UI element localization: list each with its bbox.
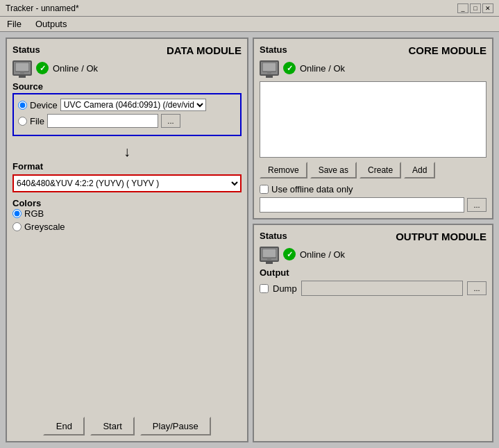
minimize-button[interactable]: _	[457, 3, 468, 13]
maximize-button[interactable]: □	[470, 3, 481, 13]
source-box: Device UVC Camera (046d:0991) (/dev/vide…	[12, 93, 242, 136]
end-button[interactable]: End	[43, 417, 85, 435]
greyscale-radio-row: Greyscale	[12, 222, 242, 232]
dump-checkbox[interactable]	[260, 284, 269, 293]
file-browse-button[interactable]: ...	[161, 114, 180, 128]
output-check-icon: ✓	[283, 248, 296, 260]
bottom-buttons: End Start Play/Pause	[12, 406, 242, 435]
file-radio[interactable]	[18, 117, 27, 126]
menu-file[interactable]: File	[3, 17, 26, 31]
dump-browse-button[interactable]: ...	[467, 281, 487, 295]
offline-input-row: ...	[260, 197, 487, 213]
window-title: Tracker - unnamed*	[6, 3, 79, 13]
file-radio-row: File ...	[18, 114, 236, 128]
start-button[interactable]: Start	[90, 417, 134, 435]
offline-label: Use offline data only	[271, 184, 353, 194]
core-check-icon: ✓	[283, 62, 296, 74]
svg-rect-2	[262, 63, 276, 72]
output-module-header: Status OUTPUT MODULE	[260, 231, 487, 242]
svg-rect-5	[267, 258, 271, 260]
data-module-header: Status DATA MODULE	[12, 44, 242, 56]
greyscale-label: Greyscale	[24, 222, 65, 232]
data-status-text: Online / Ok	[53, 63, 98, 74]
output-section: Output Dump ...	[260, 267, 487, 296]
rgb-label: RGB	[24, 208, 44, 219]
rgb-radio[interactable]	[12, 209, 22, 218]
core-module-title: CORE MODULE	[409, 44, 487, 56]
svg-rect-3	[267, 72, 271, 74]
source-section: Source Device UVC Camera (046d:0991) (/d…	[12, 81, 242, 136]
add-button[interactable]: Add	[404, 162, 435, 179]
output-module-title: OUTPUT MODULE	[396, 231, 487, 242]
core-module-header: Status CORE MODULE	[260, 44, 487, 56]
svg-rect-4	[262, 249, 276, 258]
format-select[interactable]: 640&480&YUV 4:2:2 (YUYV) ( YUYV )	[12, 174, 242, 192]
core-status-text: Online / Ok	[300, 63, 345, 74]
left-panel: Status DATA MODULE ✓ Online / Ok Source	[6, 38, 248, 442]
create-button[interactable]: Create	[360, 162, 401, 179]
svg-rect-1	[20, 72, 24, 74]
colors-label: Colors	[12, 198, 242, 208]
title-bar-controls: _ □ ✕	[457, 3, 493, 13]
core-module-box: Status CORE MODULE ✓ Online / Ok Remove …	[253, 38, 493, 219]
output-monitor-svg	[262, 249, 276, 260]
core-buttons: Remove Save as Create Add	[260, 162, 487, 179]
monitor-svg	[15, 63, 29, 74]
source-label: Source	[12, 81, 242, 92]
data-module-title: DATA MODULE	[167, 44, 242, 56]
remove-button[interactable]: Remove	[260, 162, 307, 179]
play-pause-button[interactable]: Play/Pause	[140, 417, 211, 435]
file-input[interactable]	[47, 114, 158, 128]
menu-bar: File Outputs	[0, 17, 499, 32]
colors-section: Colors RGB Greyscale	[12, 198, 242, 235]
output-status-row: ✓ Online / Ok	[260, 247, 487, 262]
output-status-label: Status	[260, 231, 287, 241]
format-label: Format	[12, 161, 242, 172]
save-as-button[interactable]: Save as	[310, 162, 357, 179]
data-check-icon: ✓	[36, 62, 49, 74]
dump-label: Dump	[273, 283, 297, 294]
output-monitor-icon	[260, 247, 279, 262]
data-status-label: Status	[12, 44, 40, 55]
offline-checkbox[interactable]	[260, 185, 269, 194]
offline-browse-button[interactable]: ...	[467, 198, 487, 212]
core-status-label: Status	[260, 44, 287, 55]
menu-outputs[interactable]: Outputs	[31, 17, 71, 31]
file-label: File	[30, 116, 44, 126]
title-bar: Tracker - unnamed* _ □ ✕	[0, 0, 499, 17]
core-monitor-svg	[262, 63, 276, 74]
offline-path-input[interactable]	[260, 197, 464, 213]
data-status-row: ✓ Online / Ok	[12, 60, 242, 76]
svg-rect-0	[15, 63, 29, 72]
right-panel: Status CORE MODULE ✓ Online / Ok Remove …	[253, 38, 493, 442]
close-button[interactable]: ✕	[482, 3, 493, 13]
arrow-down-icon: ↓	[12, 144, 242, 158]
device-radio[interactable]	[18, 101, 27, 110]
output-module-box: Status OUTPUT MODULE ✓ Online / Ok Outpu…	[253, 224, 493, 442]
core-monitor-icon	[260, 60, 279, 76]
output-label: Output	[260, 267, 487, 278]
device-select[interactable]: UVC Camera (046d:0991) (/dev/vide ▼	[60, 99, 206, 111]
rgb-radio-row: RGB	[12, 208, 242, 219]
dump-row: Dump ...	[260, 281, 487, 296]
data-module-box: Status DATA MODULE ✓ Online / Ok Source	[6, 38, 248, 442]
offline-row: Use offline data only	[260, 184, 487, 194]
device-label: Device	[30, 100, 58, 110]
core-status-row: ✓ Online / Ok	[260, 60, 487, 76]
format-section: Format 640&480&YUV 4:2:2 (YUYV) ( YUYV )	[12, 161, 242, 192]
device-radio-row: Device UVC Camera (046d:0991) (/dev/vide…	[18, 99, 236, 111]
output-status-text: Online / Ok	[300, 249, 345, 260]
dump-path-input[interactable]	[301, 281, 463, 296]
greyscale-radio[interactable]	[12, 222, 22, 231]
core-text-area	[260, 81, 487, 158]
data-monitor-icon	[12, 60, 32, 76]
